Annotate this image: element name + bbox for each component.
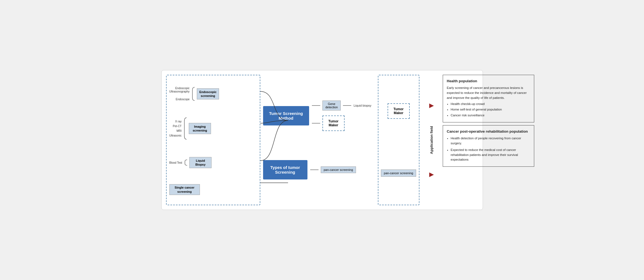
sublabel-ultrasonic: Ultrasonic bbox=[169, 134, 182, 137]
health-population-panel: Health population Early screening of can… bbox=[443, 75, 534, 122]
tumor-maker-line bbox=[312, 122, 320, 125]
group-imaging: X ray Pet-CT MRI Ultrasonic Imaging scre… bbox=[169, 116, 257, 141]
types-tumor-screening-box: Types of tumor Screening bbox=[263, 160, 307, 179]
imaging-sublabels: X ray Pet-CT MRI Ultrasonic bbox=[169, 120, 182, 137]
liquid-biopsy-label: Liquid biopsy bbox=[353, 104, 371, 107]
pan-cancer-line bbox=[310, 168, 319, 171]
pan-cancer-panel-box: pan-cancer screening bbox=[381, 169, 416, 177]
types-tumor-row: Types of tumor Screening pan-cancer scre… bbox=[263, 160, 374, 179]
center-panel: Tumor Screening Method Genedetection Liq… bbox=[260, 75, 377, 205]
bracket-endoscopic bbox=[191, 86, 196, 102]
tumor-maker-branch: TumorMaker bbox=[312, 115, 371, 131]
bullet-health-3: Cancer risk surveillance bbox=[451, 113, 530, 118]
imaging-screening-box: Imaging screening bbox=[189, 123, 211, 134]
group-liquid: Blood Test Liquid Biopsy bbox=[169, 157, 257, 168]
left-panel: Endoscopic Ultrasonography Endoscope End… bbox=[166, 75, 260, 205]
bullet-rehab-2: Expected to reduce the medical cost of c… bbox=[451, 148, 530, 162]
group-single: Single cancer screening bbox=[169, 184, 257, 195]
sublabel-petct: Pet-CT bbox=[173, 125, 182, 128]
diagram-wrapper: Endoscopic Ultrasonography Endoscope End… bbox=[166, 75, 478, 205]
bottom-group: Types of tumor Screening pan-cancer scre… bbox=[263, 160, 374, 179]
application-field-label: Application field bbox=[429, 126, 434, 154]
tumor-method-row: Tumor Screening Method Genedetection Liq… bbox=[263, 101, 374, 131]
tumor-screening-method-box: Tumor Screening Method bbox=[263, 106, 309, 125]
top-branches: Genedetection Liquid biopsy TumorMaker bbox=[312, 101, 371, 131]
right-panels: Health population Early screening of can… bbox=[443, 75, 534, 205]
sublabel-endoscopic-ultra: Endoscopic Ultrasonography bbox=[169, 87, 190, 93]
tumor-maker-box: TumorMaker bbox=[322, 115, 345, 131]
gene-line bbox=[312, 104, 320, 107]
arrow-top-row: ► bbox=[428, 102, 436, 109]
connector-lines bbox=[260, 75, 377, 205]
pan-cancer-box: pan-cancer screening bbox=[321, 166, 356, 173]
health-population-title: Health population bbox=[447, 78, 530, 84]
cancer-rehab-title: Cancer post-operative rehabilitation pop… bbox=[447, 129, 530, 134]
bullet-health-2: Home self-test of general population bbox=[451, 107, 530, 112]
gene-branch: Genedetection Liquid biopsy bbox=[312, 101, 371, 111]
right-dashed-panel: TumorMaker pan-cancer screening bbox=[378, 75, 419, 205]
sublabel-xray: X ray bbox=[175, 120, 182, 123]
arrow-top: ► bbox=[428, 102, 436, 109]
bullet-health-1: Health checkk-up crowd bbox=[451, 102, 530, 107]
gene-detection-box: Genedetection bbox=[322, 101, 341, 111]
health-population-bullets: Health checkk-up crowd Home self-test of… bbox=[451, 102, 530, 118]
cancer-rehab-bullets: Health detection of people recovering fr… bbox=[451, 136, 530, 162]
liquid-biopsy-box: Liquid Biopsy bbox=[189, 157, 212, 168]
endoscopic-screening-box: Endoscopic screening bbox=[197, 88, 219, 100]
tumor-maker-dashed-panel: TumorMaker bbox=[388, 103, 410, 119]
main-container: Endoscopic Ultrasonography Endoscope End… bbox=[161, 70, 483, 210]
endoscopic-sublabels: Endoscopic Ultrasonography Endoscope bbox=[169, 87, 190, 101]
bracket-imaging bbox=[183, 116, 188, 141]
liquid-sublabels: Blood Test bbox=[169, 161, 182, 164]
sublabel-mri: MRI bbox=[177, 129, 182, 132]
group-endoscopic: Endoscopic Ultrasonography Endoscope End… bbox=[169, 86, 257, 102]
pan-cancer-branch: pan-cancer screening bbox=[310, 166, 356, 173]
cancer-rehab-panel: Cancer post-operative rehabilitation pop… bbox=[443, 125, 534, 167]
sublabel-endoscope: Endoscope bbox=[176, 98, 190, 101]
single-cancer-box: Single cancer screening bbox=[169, 184, 200, 195]
sublabel-bloodtest: Blood Test bbox=[169, 161, 182, 164]
bullet-rehab-1: Health detection of people recovering fr… bbox=[451, 136, 530, 146]
top-group: Tumor Screening Method Genedetection Liq… bbox=[263, 101, 374, 131]
arrow-bottom-row: ► bbox=[428, 171, 436, 178]
health-population-body: Early screening of cancer and precancero… bbox=[447, 86, 530, 100]
arrow-bottom: ► bbox=[428, 171, 436, 178]
app-field-area: ► Application field ► bbox=[421, 75, 443, 205]
bracket-liquid bbox=[183, 159, 188, 166]
gene-to-liquid-line bbox=[343, 104, 351, 107]
